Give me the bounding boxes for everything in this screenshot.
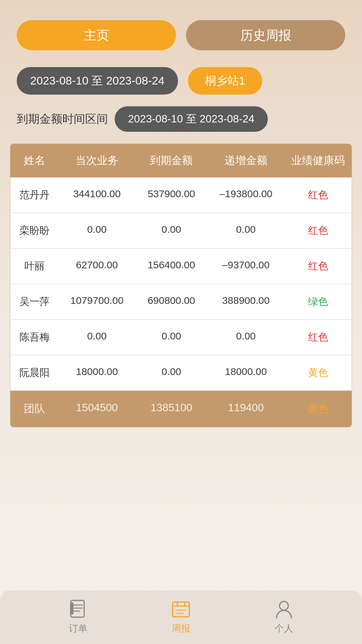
table-row: 吴一萍 1079700.00 690800.00 388900.00 绿色 bbox=[10, 284, 352, 320]
cell-name-2: 叶丽 bbox=[10, 249, 58, 284]
cell-due-1: 0.00 bbox=[135, 213, 207, 248]
table-row: 陈吾梅 0.00 0.00 0.00 红色 bbox=[10, 320, 352, 355]
team-code: 黄色 bbox=[284, 391, 352, 427]
cell-increment-3: 388900.00 bbox=[207, 284, 284, 319]
nav-label-weekly: 周报 bbox=[172, 622, 190, 635]
nav-item-weekly[interactable]: 周报 bbox=[171, 599, 191, 635]
date-station-row: 2023-08-10 至 2023-08-24 桐乡站1 bbox=[0, 60, 362, 101]
cell-current-0: 344100.00 bbox=[58, 177, 135, 213]
svg-point-11 bbox=[280, 601, 288, 610]
col-header-current: 当次业务 bbox=[58, 144, 135, 177]
col-header-due: 到期金额 bbox=[135, 144, 207, 177]
cell-code-1: 红色 bbox=[284, 213, 352, 248]
cell-code-5: 黄色 bbox=[284, 355, 352, 390]
cell-name-0: 范丹丹 bbox=[10, 177, 58, 213]
cell-code-3: 绿色 bbox=[284, 284, 352, 319]
cell-due-4: 0.00 bbox=[135, 320, 207, 355]
nav-item-order[interactable]: 订单 bbox=[68, 599, 88, 635]
cell-current-1: 0.00 bbox=[58, 213, 135, 248]
col-header-code: 业绩健康码 bbox=[284, 144, 352, 177]
cell-increment-2: –93700.00 bbox=[207, 249, 284, 284]
svg-rect-4 bbox=[70, 602, 73, 614]
cell-code-2: 红色 bbox=[284, 249, 352, 284]
cell-code-4: 红色 bbox=[284, 320, 352, 355]
col-header-increment: 递增金额 bbox=[207, 144, 284, 177]
team-summary-row: 团队 1504500 1385100 119400 黄色 bbox=[10, 391, 352, 427]
person-icon bbox=[274, 599, 294, 620]
cell-due-2: 156400.00 bbox=[135, 249, 207, 284]
home-button[interactable]: 主页 bbox=[17, 20, 176, 50]
cell-increment-1: 0.00 bbox=[207, 213, 284, 248]
history-button[interactable]: 历史周报 bbox=[186, 20, 345, 50]
weekly-icon bbox=[171, 599, 191, 620]
cell-due-5: 0.00 bbox=[135, 355, 207, 390]
table-row: 叶丽 62700.00 156400.00 –93700.00 红色 bbox=[10, 249, 352, 284]
cell-due-3: 690800.00 bbox=[135, 284, 207, 319]
table-row: 栾盼盼 0.00 0.00 0.00 红色 bbox=[10, 213, 352, 249]
nav-label-personal: 个人 bbox=[275, 622, 293, 635]
cell-name-1: 栾盼盼 bbox=[10, 213, 58, 248]
team-label: 团队 bbox=[10, 391, 58, 427]
cell-current-5: 18000.00 bbox=[58, 355, 135, 390]
cell-due-0: 537900.00 bbox=[135, 177, 207, 213]
data-table: 姓名 当次业务 到期金额 递增金额 业绩健康码 范丹丹 344100.00 53… bbox=[10, 144, 352, 427]
nav-item-personal[interactable]: 个人 bbox=[274, 599, 294, 635]
station-badge[interactable]: 桐乡站1 bbox=[188, 67, 262, 95]
cell-increment-4: 0.00 bbox=[207, 320, 284, 355]
cell-name-4: 陈吾梅 bbox=[10, 320, 58, 355]
team-increment: 119400 bbox=[207, 391, 284, 427]
cell-code-0: 红色 bbox=[284, 177, 352, 213]
cell-increment-5: 18000.00 bbox=[207, 355, 284, 390]
top-navigation: 主页 历史周报 bbox=[0, 0, 362, 60]
period-label: 到期金额时间区间 bbox=[17, 111, 108, 127]
nav-label-order: 订单 bbox=[69, 622, 87, 635]
team-current: 1504500 bbox=[58, 391, 135, 427]
bottom-navigation: 订单 周报 个人 bbox=[0, 590, 362, 644]
order-icon bbox=[68, 599, 88, 620]
svg-rect-5 bbox=[173, 602, 189, 617]
table-row: 范丹丹 344100.00 537900.00 –193800.00 红色 bbox=[10, 177, 352, 213]
cell-name-3: 吴一萍 bbox=[10, 284, 58, 319]
period-row: 到期金额时间区间 2023-08-10 至 2023-08-24 bbox=[0, 101, 362, 140]
cell-name-5: 阮晨阳 bbox=[10, 355, 58, 390]
table-header: 姓名 当次业务 到期金额 递增金额 业绩健康码 bbox=[10, 144, 352, 177]
cell-current-2: 62700.00 bbox=[58, 249, 135, 284]
col-header-name: 姓名 bbox=[10, 144, 58, 177]
cell-current-3: 1079700.00 bbox=[58, 284, 135, 319]
cell-current-4: 0.00 bbox=[58, 320, 135, 355]
date-range-badge[interactable]: 2023-08-10 至 2023-08-24 bbox=[17, 67, 178, 95]
period-date-badge: 2023-08-10 至 2023-08-24 bbox=[115, 106, 268, 132]
team-due: 1385100 bbox=[135, 391, 207, 427]
cell-increment-0: –193800.00 bbox=[207, 177, 284, 213]
table-row: 阮晨阳 18000.00 0.00 18000.00 黄色 bbox=[10, 355, 352, 391]
